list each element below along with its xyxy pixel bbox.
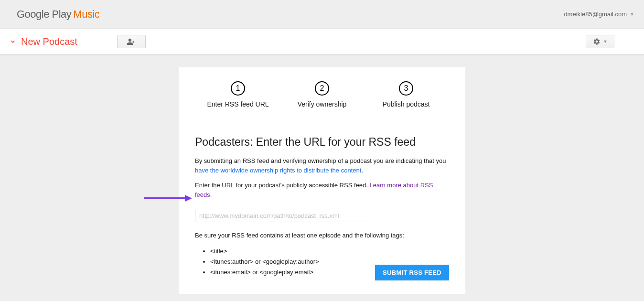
intro-suffix: . [361, 167, 363, 174]
settings-button[interactable]: ▼ [586, 35, 614, 48]
intro-paragraph: By submitting an RSS feed and verifying … [195, 156, 448, 175]
svg-point-0 [129, 39, 131, 42]
sub-bar: New Podcast ▼ [0, 29, 644, 55]
step-label: Publish podcast [383, 100, 430, 108]
step-circle: 2 [315, 81, 329, 96]
tags-intro: Be sure your RSS feed contains at least … [195, 231, 448, 240]
logo-music: Music [73, 8, 99, 21]
caret-down-icon: ▼ [630, 11, 634, 17]
chevron-down-icon [10, 38, 16, 45]
account-email: dmeikle85@gmail.com [564, 11, 627, 18]
rss-url-input[interactable] [195, 209, 369, 222]
person-add-icon [127, 38, 136, 45]
steps-row: 1 Enter RSS feed URL 2 Verify ownership … [196, 81, 448, 108]
podcast-title: New Podcast [21, 36, 77, 47]
top-bar: Google Play Music dmeikle85@gmail.com ▼ [0, 0, 644, 29]
podcast-card: 1 Enter RSS feed URL 2 Verify ownership … [179, 67, 465, 294]
step-circle: 1 [231, 81, 245, 96]
ownership-link[interactable]: have the worldwide ownership rights to d… [195, 167, 361, 174]
intro-text: By submitting an RSS feed and verifying … [195, 157, 446, 164]
caret-down-icon: ▼ [603, 39, 608, 44]
step-circle: 3 [399, 81, 413, 96]
logo[interactable]: Google Play Music [17, 8, 99, 21]
step-label: Verify ownership [298, 100, 347, 108]
logo-google-play: Google Play [17, 8, 71, 21]
tag-item: <title> [210, 246, 448, 257]
svg-marker-2 [185, 195, 192, 202]
annotation-arrow-icon [144, 194, 192, 203]
submit-rss-button[interactable]: SUBMIT RSS FEED [375, 265, 449, 280]
instruction-text: Enter the URL for your podcast's publicl… [195, 182, 369, 189]
instruction-paragraph: Enter the URL for your podcast's publicl… [195, 181, 448, 199]
step-2: 2 Verify ownership [290, 81, 354, 108]
main-heading: Podcasters: Enter the URL for your RSS f… [195, 136, 448, 149]
step-3: 3 Publish podcast [374, 81, 439, 108]
content-area: 1 Enter RSS feed URL 2 Verify ownership … [0, 55, 644, 294]
step-1: 1 Enter RSS feed URL [205, 81, 270, 108]
step-label: Enter RSS feed URL [207, 100, 268, 108]
account-menu[interactable]: dmeikle85@gmail.com ▼ [564, 11, 634, 18]
add-person-button[interactable] [117, 35, 146, 48]
podcast-dropdown[interactable]: New Podcast [10, 36, 77, 47]
gear-icon [593, 38, 601, 45]
